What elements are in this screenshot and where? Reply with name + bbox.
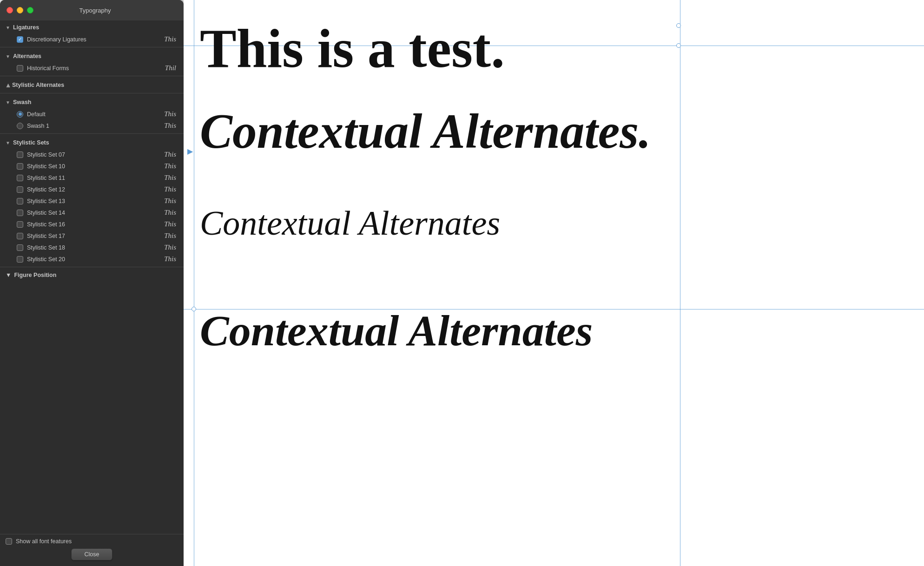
section-alternates[interactable]: ▼ Alternates [0, 49, 184, 62]
divider-3 [0, 93, 184, 93]
ss11-label: Stylistic Set 11 [27, 175, 149, 181]
ss14-label: Stylistic Set 14 [27, 210, 149, 216]
divider-4 [0, 133, 184, 134]
ss10-preview: This [153, 162, 176, 170]
swash-default-label: Default [27, 111, 149, 118]
ss14-checkbox[interactable] [17, 210, 23, 216]
canvas-text-2[interactable]: Contextual Alternates. [200, 105, 651, 158]
ss07-preview: This [153, 151, 176, 158]
figure-position-label: Figure Position [14, 272, 56, 278]
handle-mid-right[interactable] [676, 43, 681, 48]
ss12-label: Stylistic Set 12 [27, 186, 149, 193]
ss17-label: Stylistic Set 17 [27, 233, 149, 239]
ss16-label: Stylistic Set 16 [27, 221, 149, 228]
guide-v-left [194, 0, 194, 566]
discretionary-ligatures-preview: This [153, 35, 176, 43]
ss13-label: Stylistic Set 13 [27, 198, 149, 204]
ss13-checkbox[interactable] [17, 198, 23, 204]
divider-5 [0, 267, 184, 267]
canvas-area[interactable]: ▶ This is a test. Contextual Alternates.… [184, 0, 924, 566]
ss18-label: Stylistic Set 18 [27, 244, 149, 251]
selection-arrow-indicator: ▶ [187, 147, 193, 156]
ss12-checkbox[interactable] [17, 186, 23, 193]
ss10-checkbox[interactable] [17, 163, 23, 170]
close-traffic-light[interactable] [7, 7, 13, 13]
swash-label: Swash [13, 99, 32, 105]
swash-default-row: Default This [0, 108, 184, 120]
ss16-preview: This [153, 220, 176, 228]
ss07-row: Stylistic Set 07 This [0, 149, 184, 160]
close-button[interactable]: Close [71, 548, 113, 560]
discretionary-ligatures-checkbox[interactable] [17, 36, 23, 43]
alternates-label: Alternates [13, 53, 41, 59]
ss11-preview: This [153, 174, 176, 182]
guide-v-right [680, 0, 680, 566]
swash-1-label: Swash 1 [27, 123, 149, 129]
swash-1-preview: This [153, 122, 176, 130]
ss17-row: Stylistic Set 17 This [0, 230, 184, 242]
panel-body: ▼ Ligatures Discretionary Ligatures This… [0, 20, 184, 534]
ss11-checkbox[interactable] [17, 175, 23, 181]
historical-forms-row: Historical Forms Thil [0, 62, 184, 74]
ss16-checkbox[interactable] [17, 221, 23, 228]
ss14-row: Stylistic Set 14 This [0, 207, 184, 218]
ss20-checkbox[interactable] [17, 256, 23, 263]
ligatures-label: Ligatures [13, 24, 39, 31]
show-all-label: Show all font features [16, 538, 72, 545]
ss13-row: Stylistic Set 13 This [0, 195, 184, 207]
historical-forms-label: Historical Forms [27, 65, 149, 72]
swash-arrow: ▼ [6, 100, 10, 105]
canvas-text-3[interactable]: Contextual Alternates [200, 204, 500, 242]
section-stylistic-alternates[interactable]: ▶ Stylistic Alternates [0, 78, 184, 91]
stylistic-sets-label: Stylistic Sets [13, 139, 49, 146]
ss18-row: Stylistic Set 18 This [0, 242, 184, 253]
swash-default-preview: This [153, 110, 176, 118]
show-all-row: Show all font features [6, 538, 178, 545]
ss20-label: Stylistic Set 20 [27, 256, 149, 263]
ss20-row: Stylistic Set 20 This [0, 253, 184, 265]
ss14-preview: This [153, 209, 176, 217]
show-all-checkbox[interactable] [6, 538, 12, 545]
ss07-label: Stylistic Set 07 [27, 151, 149, 158]
divider-2 [0, 76, 184, 76]
ss12-preview: This [153, 185, 176, 193]
ss13-preview: This [153, 197, 176, 205]
ss16-row: Stylistic Set 16 This [0, 218, 184, 230]
alternates-arrow: ▼ [6, 54, 10, 59]
stylistic-alternates-arrow: ▶ [5, 83, 10, 87]
handle-top-right[interactable] [676, 23, 681, 28]
swash-default-radio[interactable] [17, 111, 23, 118]
discretionary-ligatures-label: Discretionary Ligatures [27, 36, 149, 43]
ligatures-arrow: ▼ [6, 25, 10, 30]
canvas-text-1[interactable]: This is a test. [200, 19, 505, 79]
canvas-text-4[interactable]: Contextual Alternates [200, 307, 593, 355]
stylistic-alternates-label: Stylistic Alternates [12, 82, 64, 88]
ss10-row: Stylistic Set 10 This [0, 160, 184, 172]
divider-1 [0, 47, 184, 47]
ss12-row: Stylistic Set 12 This [0, 184, 184, 195]
ss07-checkbox[interactable] [17, 151, 23, 158]
panel-titlebar: Typography [0, 0, 184, 20]
ss18-checkbox[interactable] [17, 244, 23, 251]
figure-position-arrow: ▼ [6, 272, 11, 278]
ss11-row: Stylistic Set 11 This [0, 172, 184, 184]
swash-1-radio[interactable] [17, 123, 23, 129]
ss17-checkbox[interactable] [17, 233, 23, 239]
typography-panel: Typography ▼ Ligatures Discretionary Lig… [0, 0, 184, 566]
panel-footer: Show all font features Close [0, 534, 184, 566]
ss20-preview: This [153, 255, 176, 263]
historical-forms-preview: Thil [153, 64, 176, 72]
swash-1-row: Swash 1 This [0, 120, 184, 132]
discretionary-ligatures-row: Discretionary Ligatures This [0, 33, 184, 45]
stylistic-sets-arrow: ▼ [6, 140, 10, 145]
ss10-label: Stylistic Set 10 [27, 163, 149, 170]
ss17-preview: This [153, 232, 176, 240]
historical-forms-checkbox[interactable] [17, 65, 23, 72]
section-ligatures[interactable]: ▼ Ligatures [0, 20, 184, 33]
panel-title: Typography [13, 7, 177, 14]
handle-bottom-left[interactable] [191, 307, 196, 311]
ss18-preview: This [153, 244, 176, 251]
section-figure-position[interactable]: ▼ Figure Position [0, 269, 184, 280]
section-swash[interactable]: ▼ Swash [0, 95, 184, 108]
section-stylistic-sets[interactable]: ▼ Stylistic Sets [0, 136, 184, 149]
